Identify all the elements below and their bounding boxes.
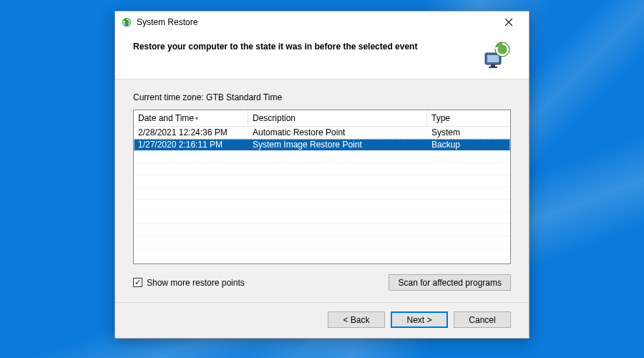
svg-rect-4 [491,64,495,67]
column-label: Description [253,113,296,123]
wizard-header: Restore your computer to the state it wa… [115,33,529,79]
checkbox-label: Show more restore points [147,278,245,288]
column-header-description[interactable]: Description [248,110,427,126]
checkbox-icon: ✓ [133,278,142,287]
table-header: Date and Time ▾ Description Type [134,110,510,127]
column-header-date[interactable]: Date and Time ▾ [134,110,248,126]
wizard-heading: Restore your computer to the state it wa… [133,40,417,52]
system-restore-icon [121,16,132,28]
cancel-button[interactable]: Cancel [454,311,511,328]
cell-type: System [427,127,510,137]
next-button[interactable]: Next > [391,311,448,328]
cell-description: Automatic Restore Point [248,127,427,137]
titlebar[interactable]: System Restore [115,11,529,33]
empty-rows [134,151,510,261]
table-body: 2/28/2021 12:24:36 PM Automatic Restore … [134,127,510,261]
cell-date: 1/27/2020 2:16:11 PM [134,140,248,150]
timezone-label: Current time zone: GTB Standard Time [133,92,511,102]
table-footer-controls: ✓ Show more restore points Scan for affe… [133,274,511,291]
cell-type: Backup [427,140,510,150]
close-icon [505,19,512,26]
wizard-body: Current time zone: GTB Standard Time Dat… [115,79,529,302]
sort-indicator-icon: ▾ [195,115,198,122]
system-restore-window: System Restore Restore your computer to … [114,11,530,339]
cell-description: System Image Restore Point [248,140,427,150]
table-row[interactable]: 2/28/2021 12:24:36 PM Automatic Restore … [134,127,510,139]
svg-rect-3 [487,55,499,62]
column-header-type[interactable]: Type [427,110,510,126]
svg-rect-1 [125,24,128,26]
show-more-checkbox[interactable]: ✓ Show more restore points [133,278,245,288]
cell-date: 2/28/2021 12:24:36 PM [134,127,248,137]
svg-rect-5 [489,67,497,68]
column-label: Type [431,113,450,123]
close-button[interactable] [494,12,523,32]
restore-wizard-icon [482,40,511,69]
back-button[interactable]: < Back [328,311,385,328]
wizard-footer: < Back Next > Cancel [115,302,529,338]
scan-affected-programs-button[interactable]: Scan for affected programs [389,274,511,291]
restore-points-table[interactable]: Date and Time ▾ Description Type 2/28/20… [133,110,511,264]
table-row[interactable]: 1/27/2020 2:16:11 PM System Image Restor… [134,139,510,151]
window-title: System Restore [137,17,494,27]
column-label: Date and Time [138,113,194,123]
